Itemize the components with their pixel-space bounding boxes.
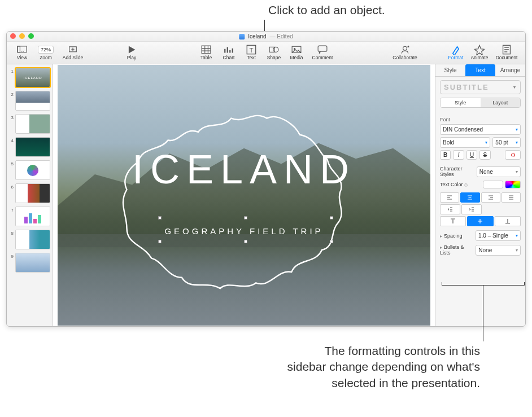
valign-top-button[interactable] bbox=[440, 216, 466, 226]
table-label: Table bbox=[200, 55, 212, 60]
text-label: Text bbox=[247, 55, 256, 60]
iceland-map-outline bbox=[88, 91, 386, 300]
animate-icon bbox=[474, 46, 485, 54]
svg-rect-3 bbox=[202, 46, 211, 54]
underline-button[interactable]: U bbox=[466, 150, 477, 160]
spacing-select[interactable]: 1.0 – Single bbox=[476, 230, 521, 241]
animate-button[interactable]: Animate bbox=[469, 46, 490, 60]
italic-button[interactable]: I bbox=[453, 150, 464, 160]
slide-canvas[interactable]: ICELAND GEOGRAPHY FIELD TRIP bbox=[53, 64, 435, 326]
document-button[interactable]: Document bbox=[492, 46, 521, 60]
media-button[interactable]: Media bbox=[286, 46, 307, 60]
alignment-controls bbox=[440, 192, 521, 226]
toolbar: View 72% Zoom Add Slide Play Table Chart bbox=[7, 42, 525, 64]
shape-label: Shape bbox=[267, 55, 281, 60]
view-icon bbox=[17, 46, 27, 54]
play-label: Play bbox=[127, 55, 137, 60]
selection-handle[interactable] bbox=[330, 240, 333, 243]
advanced-options-button[interactable]: ⚙︎ bbox=[505, 150, 521, 160]
document-icon bbox=[239, 34, 245, 39]
titlebar: Iceland — Edited bbox=[7, 32, 525, 42]
collaborate-button[interactable]: Collaborate bbox=[391, 46, 419, 60]
align-left-button[interactable] bbox=[440, 192, 459, 203]
format-button[interactable]: Format bbox=[445, 46, 466, 60]
font-size-field[interactable]: 50 pt bbox=[492, 137, 521, 148]
add-slide-button[interactable]: Add Slide bbox=[59, 46, 87, 60]
callout-tick-bl bbox=[442, 282, 442, 285]
toolbar-center-group: Table Chart T Text Shape Media Comment bbox=[195, 46, 337, 60]
zoom-button[interactable]: 72% Zoom bbox=[35, 46, 56, 60]
slide-thumb[interactable]: ICELAND bbox=[15, 68, 50, 87]
tab-style[interactable]: Style bbox=[435, 64, 465, 76]
slide-thumb[interactable] bbox=[15, 91, 50, 111]
selection-handle[interactable] bbox=[158, 216, 162, 220]
character-styles-select[interactable]: None▾ bbox=[477, 166, 521, 177]
view-button[interactable]: View bbox=[11, 46, 33, 60]
media-icon bbox=[291, 46, 302, 54]
font-family-select[interactable]: DIN Condensed bbox=[440, 124, 521, 135]
minimize-icon[interactable] bbox=[19, 33, 25, 39]
view-label: View bbox=[17, 55, 27, 60]
selection-handle[interactable] bbox=[244, 240, 247, 243]
bold-button[interactable]: B bbox=[440, 150, 451, 160]
close-icon[interactable] bbox=[10, 33, 16, 39]
comment-button[interactable]: Comment bbox=[308, 46, 337, 60]
text-color-well[interactable] bbox=[483, 181, 503, 188]
slide-thumb[interactable] bbox=[15, 160, 50, 180]
chevron-right-icon[interactable]: ▸ bbox=[440, 234, 442, 239]
maximize-icon[interactable] bbox=[28, 33, 34, 39]
svg-text:T: T bbox=[249, 47, 253, 54]
play-icon bbox=[127, 46, 137, 54]
slide-subtitle[interactable]: GEOGRAPHY FIELD TRIP bbox=[164, 226, 323, 236]
slide-title[interactable]: ICELAND bbox=[132, 146, 356, 192]
callout-tick-br bbox=[524, 282, 525, 285]
seg-style[interactable]: Style bbox=[441, 98, 481, 107]
valign-middle-button[interactable] bbox=[467, 216, 493, 226]
font-section-label: Font bbox=[440, 117, 521, 122]
comment-icon bbox=[317, 46, 328, 54]
color-picker-button[interactable] bbox=[505, 181, 521, 188]
slide-number: 8 bbox=[9, 230, 14, 236]
selection-handle[interactable] bbox=[244, 216, 247, 220]
align-right-button[interactable] bbox=[481, 192, 500, 203]
outdent-button[interactable] bbox=[440, 204, 460, 214]
slide-thumb[interactable] bbox=[15, 230, 50, 249]
font-weight-select[interactable]: Bold bbox=[440, 137, 490, 148]
collaborate-icon bbox=[400, 46, 410, 54]
slide-thumb[interactable] bbox=[15, 114, 50, 134]
animate-label: Animate bbox=[470, 55, 488, 60]
paragraph-style-label: SUBTITLE bbox=[444, 83, 489, 91]
bullets-label: Bullets & Lists bbox=[440, 244, 464, 256]
slide-thumb[interactable] bbox=[15, 207, 50, 226]
bullets-select[interactable]: None▾ bbox=[476, 245, 521, 256]
zoom-label: Zoom bbox=[40, 55, 52, 60]
seg-layout[interactable]: Layout bbox=[481, 98, 521, 107]
slide-number: 6 bbox=[9, 183, 14, 190]
table-button[interactable]: Table bbox=[195, 46, 217, 60]
text-button[interactable]: T Text bbox=[241, 46, 262, 60]
slide-number: 2 bbox=[9, 91, 14, 97]
align-justify-button[interactable] bbox=[502, 192, 521, 203]
shape-icon bbox=[269, 46, 279, 54]
chevron-right-icon[interactable]: ▸ bbox=[440, 245, 442, 250]
chart-button[interactable]: Chart bbox=[218, 46, 239, 60]
shape-button[interactable]: Shape bbox=[263, 46, 285, 60]
paragraph-style-select[interactable]: SUBTITLE bbox=[440, 80, 521, 94]
slide-thumb[interactable] bbox=[15, 253, 50, 273]
tab-text[interactable]: Text bbox=[465, 64, 495, 76]
align-center-button[interactable] bbox=[460, 192, 479, 203]
selection-handle[interactable] bbox=[330, 216, 333, 220]
svg-point-11 bbox=[403, 46, 407, 50]
valign-bottom-button[interactable] bbox=[495, 216, 521, 226]
slide-thumb[interactable] bbox=[15, 137, 50, 157]
slide-navigator[interactable]: 1ICELAND 2 3 4 5 6 7 8 9 bbox=[7, 64, 53, 326]
svg-rect-10 bbox=[318, 46, 327, 51]
slide-thumb[interactable] bbox=[15, 183, 50, 203]
tab-arrange[interactable]: Arrange bbox=[495, 64, 525, 76]
selection-handle[interactable] bbox=[158, 240, 162, 243]
format-label: Format bbox=[448, 55, 464, 60]
strikethrough-button[interactable]: S bbox=[479, 150, 490, 160]
document-status: — Edited bbox=[270, 33, 293, 39]
play-button[interactable]: Play bbox=[121, 46, 142, 60]
indent-button[interactable] bbox=[461, 204, 482, 214]
